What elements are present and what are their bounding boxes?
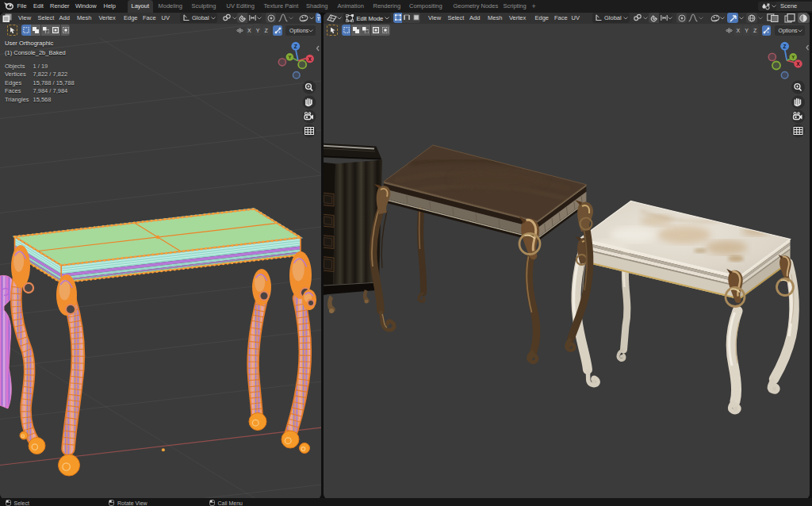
svg-text:Z: Z — [783, 43, 786, 48]
svg-text:Y: Y — [288, 55, 291, 59]
svg-text:X: X — [796, 60, 800, 66]
svg-text:X: X — [308, 56, 312, 61]
svg-text:Y: Y — [791, 55, 795, 59]
svg-text:Z: Z — [294, 43, 297, 48]
